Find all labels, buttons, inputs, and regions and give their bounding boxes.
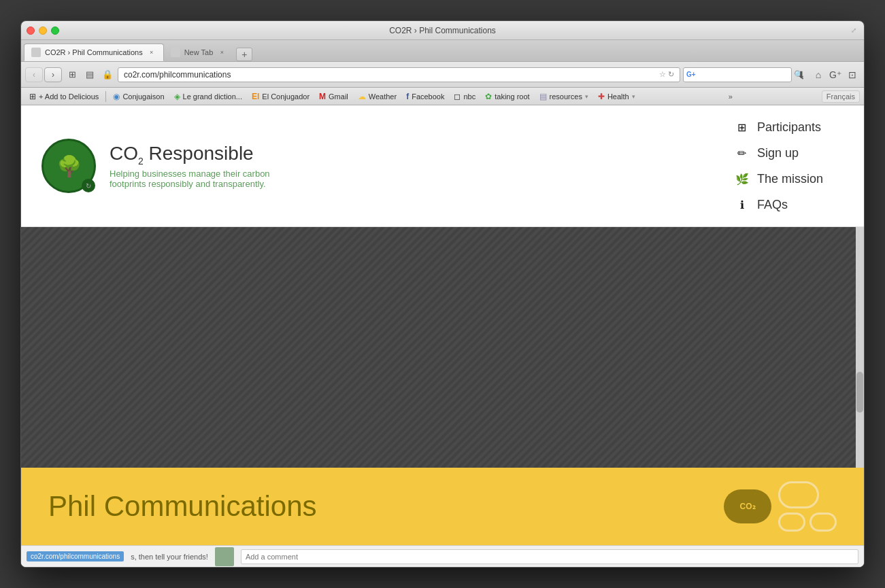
conjugador-icon: El <box>252 92 259 101</box>
francais-button[interactable]: Français <box>822 90 860 103</box>
search-bar[interactable]: G+ 🔍 <box>683 67 792 82</box>
browser-window: CO2R › Phil Communications ⤢ CO2R › Phil… <box>20 20 865 568</box>
expand-icon[interactable]: ⤢ <box>849 26 858 35</box>
tab-favicon-2 <box>171 48 180 57</box>
nav-signup[interactable]: ✏ Sign up <box>734 145 823 161</box>
title-bar: CO2R › Phil Communications ⤢ <box>21 21 864 40</box>
weather-icon: ☁ <box>358 92 366 101</box>
bookmark-conjugador-label: El Conjugador <box>262 92 310 101</box>
bookmark-delicious[interactable]: ⊞ + Add to Delicious <box>25 90 103 103</box>
download-icon[interactable]: ⬇ <box>794 67 809 82</box>
nav-faqs-label: FAQs <box>757 198 788 212</box>
conjugaison-icon: ◉ <box>113 92 120 101</box>
bookmark-health-label: Health <box>607 92 629 101</box>
back-button[interactable]: ‹ <box>25 67 43 82</box>
logo-text-area: CO2 Responsible Helping businesses manag… <box>110 143 270 190</box>
cloud-outline-2 <box>778 513 805 532</box>
site-title: CO2 Responsible <box>110 143 270 167</box>
traffic-lights <box>27 27 59 35</box>
nbc-icon: ◻ <box>454 92 461 101</box>
cloud-co2-area: CO₂ <box>724 481 837 532</box>
health-icon: ✚ <box>598 92 605 101</box>
star-icon[interactable]: ☆ <box>659 70 666 79</box>
home-icon[interactable]: ⌂ <box>811 67 826 82</box>
site-nav: ⊞ Participants ✏ Sign up 🌿 The mission ℹ… <box>734 119 844 213</box>
nav-participants[interactable]: ⊞ Participants <box>734 119 823 135</box>
bookmark-grand-diction[interactable]: ◈ Le grand diction... <box>170 90 246 103</box>
bookmark-conjugaison-label: Conjugaison <box>122 92 164 101</box>
refresh-url-icon[interactable]: ↻ <box>668 70 674 79</box>
bookmark-resources[interactable]: ▤ resources ▾ <box>535 90 592 103</box>
bookmark-nbc[interactable]: ◻ nbc <box>450 90 480 103</box>
tab-label: CO2R › Phil Communications <box>45 48 143 56</box>
bookmarks-overflow[interactable]: » <box>726 91 735 102</box>
forward-icon: › <box>52 70 54 80</box>
tab-newtab[interactable]: New Tab × <box>164 44 234 61</box>
bookmark-delicious-label: + Add to Delicious <box>39 92 99 101</box>
resources-icon: ▤ <box>539 92 547 101</box>
close-button[interactable] <box>27 27 35 35</box>
comment-url[interactable]: co2r.com/philcommunications <box>27 551 124 561</box>
comment-input[interactable] <box>241 549 858 564</box>
participants-icon: ⊞ <box>734 119 750 135</box>
list-view-icon[interactable]: ▤ <box>82 67 97 82</box>
url-bar[interactable]: co2r.com/philcommunications ☆ ↻ <box>118 67 680 82</box>
bookmark-resources-label: resources <box>550 92 582 101</box>
bookmark-conjugaison[interactable]: ◉ Conjugaison <box>109 90 168 103</box>
co2-label: CO₂ <box>740 502 756 511</box>
yellow-footer-band: Phil Communications CO₂ <box>21 468 864 545</box>
comment-bar: co2r.com/philcommunications s, then tell… <box>21 545 864 567</box>
bookmark-gmail[interactable]: M Gmail <box>315 90 352 103</box>
bookmark-facebook[interactable]: f Facebook <box>402 90 448 103</box>
content-area: 🌳 ↻ CO2 Responsible Helping businesses m… <box>21 105 864 567</box>
tab-bar: CO2R › Phil Communications × New Tab × + <box>21 40 864 62</box>
google-logo: G+ <box>686 71 696 78</box>
bookmark-health[interactable]: ✚ Health ▾ <box>594 90 639 103</box>
minimize-button[interactable] <box>39 27 47 35</box>
nav-faqs[interactable]: ℹ FAQs <box>734 196 823 213</box>
taking-root-icon: ✿ <box>485 92 492 101</box>
mission-icon: 🌿 <box>734 171 750 187</box>
faqs-icon: ℹ <box>734 196 750 213</box>
google-plus-icon[interactable]: G⁺ <box>828 67 843 82</box>
footer-title: Phil Communications <box>48 490 317 523</box>
extensions-icon[interactable]: ⊡ <box>845 67 860 82</box>
site-tagline: Helping businesses manage their carbonfo… <box>110 169 270 189</box>
bookmark-taking-root[interactable]: ✿ taking root <box>481 90 533 103</box>
back-icon: ‹ <box>33 70 35 80</box>
tab-favicon <box>31 48 41 57</box>
tab-co2r[interactable]: CO2R › Phil Communications × <box>24 44 164 61</box>
gmail-icon: M <box>319 92 326 101</box>
lock-icon[interactable]: 🔒 <box>100 67 115 82</box>
bookmark-conjugador[interactable]: El El Conjugador <box>248 90 314 103</box>
forward-button[interactable]: › <box>44 67 62 82</box>
signup-icon: ✏ <box>734 145 750 161</box>
nav-participants-label: Participants <box>757 120 821 135</box>
fullscreen-button[interactable] <box>51 27 59 35</box>
cloud-outline-1 <box>778 481 819 508</box>
nav-group: ‹ › <box>25 67 62 82</box>
bookmark-nbc-label: nbc <box>463 92 475 101</box>
co2-cloud-filled: CO₂ <box>724 489 771 523</box>
site-logo[interactable]: 🌳 ↻ <box>41 139 96 193</box>
tab-label-2: New Tab <box>184 48 214 56</box>
tab-close-button-2[interactable]: × <box>217 48 227 57</box>
bookmark-taking-root-label: taking root <box>495 92 529 101</box>
site-header: 🌳 ↻ CO2 Responsible Helping businesses m… <box>21 105 864 227</box>
bookmark-weather[interactable]: ☁ Weather <box>354 90 401 103</box>
nav-mission-label: The mission <box>757 172 823 186</box>
scrollbar-track[interactable] <box>856 227 864 468</box>
address-bar: ‹ › ⊞ ▤ 🔒 co2r.com/philcommunications ☆ … <box>21 62 864 88</box>
bookmark-facebook-label: Facebook <box>412 92 444 101</box>
comment-avatar <box>215 547 234 566</box>
delicious-icon: ⊞ <box>29 92 36 101</box>
bookmark-sidebar-icon[interactable]: ⊞ <box>65 67 80 82</box>
new-tab-button[interactable]: + <box>236 48 252 61</box>
facebook-icon: f <box>406 92 409 101</box>
comment-text: s, then tell your friends! <box>131 553 208 561</box>
scrollbar-thumb[interactable] <box>856 372 863 413</box>
nav-signup-label: Sign up <box>757 146 799 160</box>
search-input[interactable] <box>698 71 792 79</box>
nav-mission[interactable]: 🌿 The mission <box>734 171 823 187</box>
tab-close-button[interactable]: × <box>147 48 156 57</box>
